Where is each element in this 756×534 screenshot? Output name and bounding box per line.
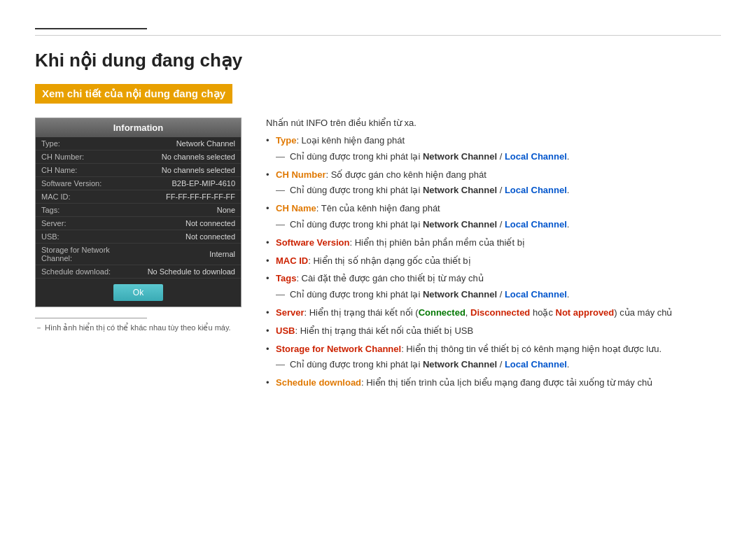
table-row: CH Number:No channels selected [36,150,241,164]
row-value: B2B-EP-MIP-4610 [134,177,241,190]
row-label: Type: [36,137,134,150]
bullet-label: Server [276,307,304,318]
network-channel-link: Network Channel [423,151,497,162]
list-item: Schedule download: Hiển thị tiến trình c… [266,376,721,391]
row-value: Not connected [134,217,241,230]
row-label: MAC ID: [36,190,134,204]
main-layout: Information Type:Network ChannelCH Numbe… [35,118,721,394]
row-label: Server: [36,217,134,230]
top-rule [35,28,147,29]
network-channel-link: Network Channel [423,359,497,370]
bullet-label: Storage for Network Channel [276,344,401,354]
bullet-list: Type: Loại kênh hiện đang phátChỉ dùng đ… [266,134,721,391]
row-value: Network Channel [134,137,241,150]
local-channel-link: Local Channel [505,289,567,300]
table-row: Tags:None [36,204,241,217]
list-item: CH Number: Số được gán cho kênh hiện đan… [266,168,721,199]
list-item: Server: Hiển thị trạng thái kết nối (Con… [266,306,721,321]
row-value: None [134,204,241,217]
info-table: Type:Network ChannelCH Number:No channel… [36,137,241,279]
bullet-label: Software Version [276,237,349,248]
row-value: No channels selected [134,150,241,164]
left-panel: Information Type:Network ChannelCH Numbe… [35,118,245,333]
row-value: Internal [134,244,241,265]
table-row: Storage for Network Channel:Internal [36,244,241,265]
footnote: － Hình ảnh hiển thị có thể khác nhau tùy… [35,323,245,333]
not-approved-status: Not approved [556,307,615,318]
row-label: CH Name: [36,164,134,177]
disconnected-status: Disconnected [470,307,530,318]
row-value: No channels selected [134,164,241,177]
full-rule [35,35,721,36]
connected-status: Connected [419,307,465,318]
right-panel: Nhấn nút INFO trên điều khiển từ xa. Typ… [266,118,721,394]
bullet-label: CH Name [276,203,316,213]
list-item: Software Version: Hiển thị phiên bản phầ… [266,236,721,251]
list-item: Tags: Cài đặt thẻ được gán cho thiết bị … [266,272,721,302]
sub-item: Chỉ dùng được trong khi phát lại Network… [276,288,721,302]
intro-text: Nhấn nút INFO trên điều khiển từ xa. [266,118,721,128]
footnote-rule [35,318,147,318]
table-row: MAC ID:FF-FF-FF-FF-FF-FF [36,190,241,204]
sub-item: Chỉ dùng được trong khi phát lại Network… [276,218,721,232]
info-dialog: Information Type:Network ChannelCH Numbe… [35,118,241,307]
local-channel-link: Local Channel [505,359,567,370]
row-label: Software Version: [36,177,134,190]
row-value: No Schedule to download [134,265,241,279]
row-label: CH Number: [36,150,134,164]
row-label: USB: [36,230,134,244]
page-title: Khi nội dung đang chạy [35,50,721,71]
row-label: Tags: [36,204,134,217]
bullet-label: MAC ID [276,255,308,266]
sub-item: Chỉ dùng được trong khi phát lại Network… [276,183,721,198]
local-channel-link: Local Channel [505,219,567,230]
info-dialog-footer: Ok [36,279,241,307]
table-row: CH Name:No channels selected [36,164,241,177]
list-item: Type: Loại kênh hiện đang phátChỉ dùng đ… [266,134,721,164]
sub-item: Chỉ dùng được trong khi phát lại Network… [276,358,721,372]
bullet-label: USB [276,325,295,336]
table-row: USB:Not connected [36,230,241,244]
table-row: Type:Network Channel [36,137,241,150]
row-value: Not connected [134,230,241,244]
network-channel-link: Network Channel [423,219,497,230]
info-dialog-header: Information [36,118,241,137]
sub-item: Chỉ dùng được trong khi phát lại Network… [276,150,721,164]
local-channel-link: Local Channel [505,185,567,195]
bullet-label: Type [276,135,296,146]
network-channel-link: Network Channel [423,289,497,300]
row-label: Schedule download: [36,265,134,279]
ok-button[interactable]: Ok [113,284,163,301]
row-value: FF-FF-FF-FF-FF-FF [134,190,241,204]
table-row: Server:Not connected [36,217,241,230]
bullet-label: Tags [276,273,296,283]
list-item: Storage for Network Channel: Hiển thị th… [266,342,721,373]
local-channel-link: Local Channel [505,151,567,162]
bullet-label: CH Number [276,169,326,180]
list-item: MAC ID: Hiển thị số nhận dạng gốc của th… [266,254,721,269]
list-item: CH Name: Tên của kênh hiện đang phátChỉ … [266,202,721,232]
table-row: Schedule download:No Schedule to downloa… [36,265,241,279]
table-row: Software Version:B2B-EP-MIP-4610 [36,177,241,190]
list-item: USB: Hiển thị trạng thái kết nối của thi… [266,324,721,339]
network-channel-link: Network Channel [423,185,497,195]
bullet-label: Schedule download [276,377,361,388]
highlight-box: Xem chi tiết của nội dung đang chạy [35,84,232,104]
row-label: Storage for Network Channel: [36,244,134,265]
